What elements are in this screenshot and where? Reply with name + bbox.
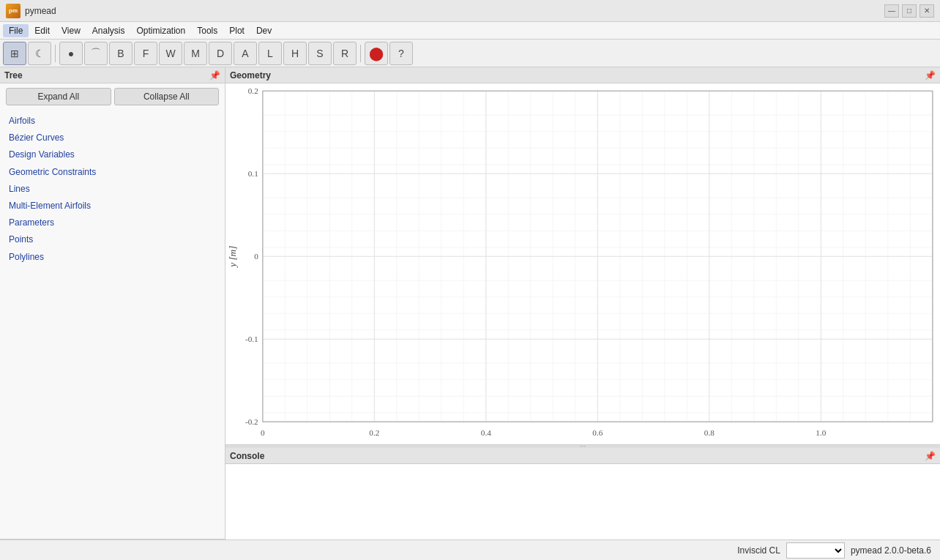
l-tool[interactable]: L bbox=[258, 42, 282, 65]
r-tool[interactable]: R bbox=[333, 42, 357, 65]
close-button[interactable]: ✕ bbox=[920, 4, 934, 18]
a-tool[interactable]: A bbox=[234, 42, 257, 65]
geometry-pin-icon[interactable]: 📌 bbox=[925, 70, 936, 81]
svg-text:-0.2: -0.2 bbox=[245, 417, 258, 426]
tree-item-airfoils[interactable]: Airfoils bbox=[6, 113, 219, 130]
svg-text:0: 0 bbox=[261, 428, 265, 437]
menu-item-edit[interactable]: Edit bbox=[29, 24, 56, 37]
minimize-button[interactable]: — bbox=[884, 4, 899, 18]
svg-text:0.4: 0.4 bbox=[481, 428, 491, 437]
arc-tool[interactable]: ⌒ bbox=[84, 42, 108, 65]
geometry-plot: 0 0.2 0.4 0.6 0.8 1.0 0.2 0.1 0 -0.1 -0.… bbox=[225, 83, 940, 444]
geometry-header: Geometry 📌 bbox=[225, 67, 940, 83]
toolbar-separator bbox=[360, 45, 361, 62]
svg-text:y [m]: y [m] bbox=[227, 246, 238, 269]
tree-item-bézier-curves[interactable]: Bézier Curves bbox=[6, 130, 219, 146]
toolbar: ⊞☾●⌒BFWMDALHSR⬤? bbox=[0, 40, 940, 67]
svg-text:0: 0 bbox=[254, 252, 258, 261]
svg-text:0.1: 0.1 bbox=[248, 169, 258, 178]
svg-text:-0.1: -0.1 bbox=[245, 335, 258, 343]
bezier-tool[interactable]: B bbox=[109, 42, 133, 65]
right-panel: Geometry 📌 bbox=[225, 67, 940, 540]
svg-text:0.2: 0.2 bbox=[248, 86, 258, 95]
inviscid-label: Inviscid CL bbox=[737, 545, 780, 556]
console-content[interactable] bbox=[225, 464, 940, 540]
menu-item-plot[interactable]: Plot bbox=[223, 24, 250, 37]
tree-header: Tree 📌 bbox=[0, 67, 225, 83]
collapse-all-button[interactable]: Collapse All bbox=[114, 88, 220, 105]
tree-item-points[interactable]: Points bbox=[6, 231, 219, 248]
tree-panel: Tree 📌 Expand All Collapse All AirfoilsB… bbox=[0, 67, 225, 540]
menu-item-view[interactable]: View bbox=[56, 24, 86, 37]
menu-item-file[interactable]: File bbox=[3, 24, 29, 37]
tree-item-polylines[interactable]: Polylines bbox=[6, 249, 219, 266]
maximize-button[interactable]: □ bbox=[902, 4, 917, 18]
help-tool[interactable]: ? bbox=[389, 42, 413, 65]
tree-item-lines[interactable]: Lines bbox=[6, 181, 219, 198]
menu-item-tools[interactable]: Tools bbox=[191, 24, 223, 37]
version-label: pymead 2.0.0-beta.6 bbox=[851, 545, 931, 556]
tree-item-geometric-constraints[interactable]: Geometric Constraints bbox=[6, 164, 219, 181]
status-bar: Inviscid CL pymead 2.0.0-beta.6 bbox=[0, 540, 940, 560]
svg-text:x [m]: x [m] bbox=[586, 443, 608, 444]
tree-panel-title: Tree bbox=[4, 70, 23, 81]
m-tool[interactable]: M bbox=[184, 42, 207, 65]
window-controls: — □ ✕ bbox=[884, 4, 934, 18]
d-tool[interactable]: D bbox=[209, 42, 232, 65]
main-content: Tree 📌 Expand All Collapse All AirfoilsB… bbox=[0, 67, 940, 540]
inviscid-select[interactable] bbox=[786, 542, 845, 559]
console-pin-icon[interactable]: 📌 bbox=[925, 451, 936, 461]
tree-list: AirfoilsBézier CurvesDesign VariablesGeo… bbox=[0, 110, 225, 539]
svg-text:1.0: 1.0 bbox=[816, 428, 826, 437]
menu-item-dev[interactable]: Dev bbox=[250, 24, 277, 37]
app-icon: pm bbox=[6, 4, 20, 18]
window-title: pymead bbox=[25, 6, 56, 16]
tree-item-multi-element-airfoils[interactable]: Multi-Element Airfoils bbox=[6, 198, 219, 214]
night-mode-tool[interactable]: ☾ bbox=[28, 42, 51, 65]
menu-bar: FileEditViewAnalysisOptimizationToolsPlo… bbox=[0, 22, 940, 40]
menu-item-optimization[interactable]: Optimization bbox=[131, 24, 192, 37]
s-tool[interactable]: S bbox=[308, 42, 332, 65]
stop-tool[interactable]: ⬤ bbox=[365, 42, 388, 65]
point-tool[interactable]: ● bbox=[59, 42, 83, 65]
menu-item-analysis[interactable]: Analysis bbox=[86, 24, 131, 37]
h-tool[interactable]: H bbox=[283, 42, 307, 65]
tree-buttons: Expand All Collapse All bbox=[0, 83, 225, 110]
tree-item-design-variables[interactable]: Design Variables bbox=[6, 146, 219, 163]
console-panel: ··· Console 📌 bbox=[225, 444, 940, 540]
expand-all-button[interactable]: Expand All bbox=[6, 88, 111, 105]
left-panel: Tree 📌 Expand All Collapse All AirfoilsB… bbox=[0, 67, 225, 540]
svg-text:0.6: 0.6 bbox=[592, 428, 603, 437]
tree-pin-icon[interactable]: 📌 bbox=[209, 70, 220, 81]
w-tool[interactable]: W bbox=[159, 42, 182, 65]
toolbar-separator bbox=[55, 45, 56, 62]
geometry-panel-title: Geometry bbox=[230, 70, 271, 81]
title-bar-left: pm pymead bbox=[6, 4, 56, 18]
console-panel-title: Console bbox=[230, 451, 264, 461]
svg-text:0.8: 0.8 bbox=[704, 428, 715, 437]
plot-area[interactable]: 0 0.2 0.4 0.6 0.8 1.0 0.2 0.1 0 -0.1 -0.… bbox=[225, 83, 940, 444]
console-header: Console 📌 bbox=[225, 448, 940, 464]
grid-tool[interactable]: ⊞ bbox=[3, 42, 26, 65]
svg-text:0.2: 0.2 bbox=[369, 428, 379, 437]
tree-item-parameters[interactable]: Parameters bbox=[6, 214, 219, 231]
title-bar: pm pymead — □ ✕ bbox=[0, 0, 940, 22]
f-tool[interactable]: F bbox=[134, 42, 157, 65]
geometry-panel: Geometry 📌 bbox=[225, 67, 940, 444]
